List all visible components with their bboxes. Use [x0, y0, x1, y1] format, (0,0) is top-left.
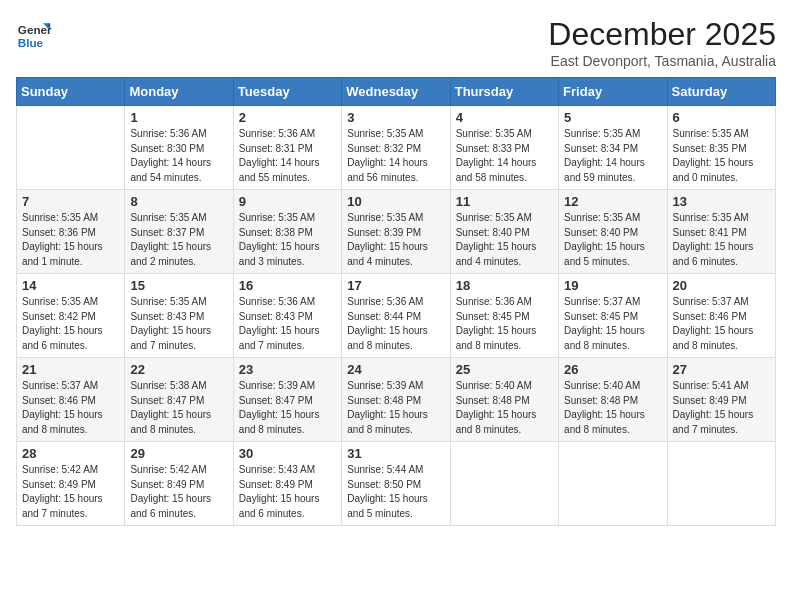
day-number: 29 — [130, 446, 227, 461]
calendar-cell: 9Sunrise: 5:35 AM Sunset: 8:38 PM Daylig… — [233, 190, 341, 274]
day-number: 28 — [22, 446, 119, 461]
day-number: 23 — [239, 362, 336, 377]
day-number: 22 — [130, 362, 227, 377]
day-number: 7 — [22, 194, 119, 209]
day-info: Sunrise: 5:35 AM Sunset: 8:38 PM Dayligh… — [239, 211, 336, 269]
day-header-monday: Monday — [125, 78, 233, 106]
day-number: 10 — [347, 194, 444, 209]
day-info: Sunrise: 5:35 AM Sunset: 8:36 PM Dayligh… — [22, 211, 119, 269]
day-header-friday: Friday — [559, 78, 667, 106]
calendar-cell: 21Sunrise: 5:37 AM Sunset: 8:46 PM Dayli… — [17, 358, 125, 442]
day-number: 18 — [456, 278, 553, 293]
day-info: Sunrise: 5:41 AM Sunset: 8:49 PM Dayligh… — [673, 379, 770, 437]
day-number: 9 — [239, 194, 336, 209]
day-header-wednesday: Wednesday — [342, 78, 450, 106]
day-number: 2 — [239, 110, 336, 125]
calendar-week-2: 7Sunrise: 5:35 AM Sunset: 8:36 PM Daylig… — [17, 190, 776, 274]
calendar-cell: 27Sunrise: 5:41 AM Sunset: 8:49 PM Dayli… — [667, 358, 775, 442]
day-info: Sunrise: 5:35 AM Sunset: 8:41 PM Dayligh… — [673, 211, 770, 269]
day-info: Sunrise: 5:40 AM Sunset: 8:48 PM Dayligh… — [456, 379, 553, 437]
day-info: Sunrise: 5:35 AM Sunset: 8:37 PM Dayligh… — [130, 211, 227, 269]
day-number: 20 — [673, 278, 770, 293]
day-number: 1 — [130, 110, 227, 125]
calendar-cell: 26Sunrise: 5:40 AM Sunset: 8:48 PM Dayli… — [559, 358, 667, 442]
day-info: Sunrise: 5:39 AM Sunset: 8:47 PM Dayligh… — [239, 379, 336, 437]
day-number: 3 — [347, 110, 444, 125]
day-number: 19 — [564, 278, 661, 293]
day-number: 31 — [347, 446, 444, 461]
svg-text:Blue: Blue — [18, 36, 44, 49]
day-header-sunday: Sunday — [17, 78, 125, 106]
day-number: 8 — [130, 194, 227, 209]
calendar-cell: 14Sunrise: 5:35 AM Sunset: 8:42 PM Dayli… — [17, 274, 125, 358]
day-info: Sunrise: 5:40 AM Sunset: 8:48 PM Dayligh… — [564, 379, 661, 437]
day-info: Sunrise: 5:36 AM Sunset: 8:31 PM Dayligh… — [239, 127, 336, 185]
day-number: 5 — [564, 110, 661, 125]
day-info: Sunrise: 5:37 AM Sunset: 8:46 PM Dayligh… — [22, 379, 119, 437]
calendar-cell: 16Sunrise: 5:36 AM Sunset: 8:43 PM Dayli… — [233, 274, 341, 358]
day-info: Sunrise: 5:44 AM Sunset: 8:50 PM Dayligh… — [347, 463, 444, 521]
calendar-cell: 1Sunrise: 5:36 AM Sunset: 8:30 PM Daylig… — [125, 106, 233, 190]
calendar-cell: 20Sunrise: 5:37 AM Sunset: 8:46 PM Dayli… — [667, 274, 775, 358]
day-header-thursday: Thursday — [450, 78, 558, 106]
logo: General Blue — [16, 16, 54, 52]
calendar-cell: 3Sunrise: 5:35 AM Sunset: 8:32 PM Daylig… — [342, 106, 450, 190]
logo-icon: General Blue — [16, 16, 52, 52]
day-number: 16 — [239, 278, 336, 293]
day-number: 21 — [22, 362, 119, 377]
calendar-cell: 11Sunrise: 5:35 AM Sunset: 8:40 PM Dayli… — [450, 190, 558, 274]
calendar-cell — [17, 106, 125, 190]
calendar-cell: 5Sunrise: 5:35 AM Sunset: 8:34 PM Daylig… — [559, 106, 667, 190]
day-info: Sunrise: 5:35 AM Sunset: 8:33 PM Dayligh… — [456, 127, 553, 185]
calendar-cell: 29Sunrise: 5:42 AM Sunset: 8:49 PM Dayli… — [125, 442, 233, 526]
day-number: 24 — [347, 362, 444, 377]
calendar-cell: 24Sunrise: 5:39 AM Sunset: 8:48 PM Dayli… — [342, 358, 450, 442]
day-info: Sunrise: 5:39 AM Sunset: 8:48 PM Dayligh… — [347, 379, 444, 437]
day-header-tuesday: Tuesday — [233, 78, 341, 106]
month-title: December 2025 — [548, 16, 776, 53]
day-info: Sunrise: 5:35 AM Sunset: 8:32 PM Dayligh… — [347, 127, 444, 185]
day-info: Sunrise: 5:36 AM Sunset: 8:43 PM Dayligh… — [239, 295, 336, 353]
day-info: Sunrise: 5:35 AM Sunset: 8:40 PM Dayligh… — [564, 211, 661, 269]
day-number: 26 — [564, 362, 661, 377]
calendar-cell: 8Sunrise: 5:35 AM Sunset: 8:37 PM Daylig… — [125, 190, 233, 274]
day-info: Sunrise: 5:36 AM Sunset: 8:45 PM Dayligh… — [456, 295, 553, 353]
day-number: 17 — [347, 278, 444, 293]
day-info: Sunrise: 5:38 AM Sunset: 8:47 PM Dayligh… — [130, 379, 227, 437]
day-number: 12 — [564, 194, 661, 209]
calendar-cell: 31Sunrise: 5:44 AM Sunset: 8:50 PM Dayli… — [342, 442, 450, 526]
day-info: Sunrise: 5:36 AM Sunset: 8:44 PM Dayligh… — [347, 295, 444, 353]
day-info: Sunrise: 5:43 AM Sunset: 8:49 PM Dayligh… — [239, 463, 336, 521]
day-info: Sunrise: 5:35 AM Sunset: 8:40 PM Dayligh… — [456, 211, 553, 269]
calendar-cell: 22Sunrise: 5:38 AM Sunset: 8:47 PM Dayli… — [125, 358, 233, 442]
calendar-cell: 6Sunrise: 5:35 AM Sunset: 8:35 PM Daylig… — [667, 106, 775, 190]
page-header: General Blue December 2025 East Devonpor… — [16, 16, 776, 69]
calendar-cell: 10Sunrise: 5:35 AM Sunset: 8:39 PM Dayli… — [342, 190, 450, 274]
calendar-cell: 28Sunrise: 5:42 AM Sunset: 8:49 PM Dayli… — [17, 442, 125, 526]
day-info: Sunrise: 5:35 AM Sunset: 8:34 PM Dayligh… — [564, 127, 661, 185]
calendar-cell: 4Sunrise: 5:35 AM Sunset: 8:33 PM Daylig… — [450, 106, 558, 190]
calendar-week-1: 1Sunrise: 5:36 AM Sunset: 8:30 PM Daylig… — [17, 106, 776, 190]
calendar-cell: 18Sunrise: 5:36 AM Sunset: 8:45 PM Dayli… — [450, 274, 558, 358]
day-info: Sunrise: 5:35 AM Sunset: 8:39 PM Dayligh… — [347, 211, 444, 269]
location: East Devonport, Tasmania, Australia — [548, 53, 776, 69]
day-number: 14 — [22, 278, 119, 293]
day-info: Sunrise: 5:42 AM Sunset: 8:49 PM Dayligh… — [130, 463, 227, 521]
day-header-saturday: Saturday — [667, 78, 775, 106]
day-number: 11 — [456, 194, 553, 209]
day-number: 30 — [239, 446, 336, 461]
day-number: 4 — [456, 110, 553, 125]
calendar-week-3: 14Sunrise: 5:35 AM Sunset: 8:42 PM Dayli… — [17, 274, 776, 358]
day-info: Sunrise: 5:35 AM Sunset: 8:42 PM Dayligh… — [22, 295, 119, 353]
calendar-cell: 15Sunrise: 5:35 AM Sunset: 8:43 PM Dayli… — [125, 274, 233, 358]
day-number: 6 — [673, 110, 770, 125]
day-info: Sunrise: 5:37 AM Sunset: 8:45 PM Dayligh… — [564, 295, 661, 353]
calendar-cell: 30Sunrise: 5:43 AM Sunset: 8:49 PM Dayli… — [233, 442, 341, 526]
day-info: Sunrise: 5:42 AM Sunset: 8:49 PM Dayligh… — [22, 463, 119, 521]
calendar-week-4: 21Sunrise: 5:37 AM Sunset: 8:46 PM Dayli… — [17, 358, 776, 442]
calendar-cell — [450, 442, 558, 526]
calendar-cell: 25Sunrise: 5:40 AM Sunset: 8:48 PM Dayli… — [450, 358, 558, 442]
calendar-week-5: 28Sunrise: 5:42 AM Sunset: 8:49 PM Dayli… — [17, 442, 776, 526]
day-info: Sunrise: 5:36 AM Sunset: 8:30 PM Dayligh… — [130, 127, 227, 185]
day-info: Sunrise: 5:35 AM Sunset: 8:43 PM Dayligh… — [130, 295, 227, 353]
